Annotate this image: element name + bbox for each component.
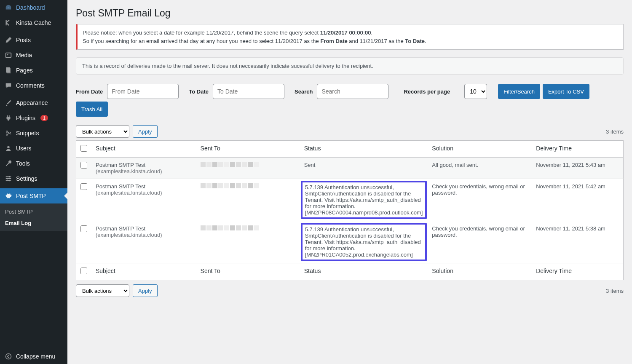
cell-sent-to — [196, 221, 300, 263]
filters-bar: From Date To Date Search Records per pag… — [76, 84, 624, 117]
cell-status: 5.7.139 Authentication unsuccessful, Smt… — [300, 179, 428, 221]
pin-icon — [4, 36, 13, 44]
menu-snippets[interactable]: Snippets — [0, 126, 67, 141]
email-log-table: Subject Sent To Status Solution Delivery… — [76, 140, 624, 280]
collapse-icon — [4, 352, 13, 361]
bulk-actions-select-bottom[interactable]: Bulk actions — [76, 284, 129, 297]
to-date-label: To Date — [189, 88, 209, 95]
col-subject[interactable]: Subject — [91, 141, 196, 158]
menu-posts[interactable]: Posts — [0, 32, 67, 48]
menu-kinsta-cache[interactable]: Kinsta Cache — [0, 15, 67, 30]
select-all-checkbox-bottom[interactable] — [80, 268, 87, 274]
svg-point-5 — [6, 131, 8, 133]
media-icon — [4, 51, 13, 59]
row-checkbox[interactable] — [80, 225, 87, 232]
to-date-input[interactable] — [213, 84, 284, 99]
menu-pages[interactable]: Pages — [0, 63, 67, 78]
menu-media[interactable]: Media — [0, 48, 67, 63]
menu-post-smtp[interactable]: Post SMTP — [0, 188, 67, 203]
page-icon — [4, 66, 13, 75]
menu-appearance[interactable]: Appearance — [0, 95, 67, 110]
description-box: This is a record of deliveries made to t… — [76, 57, 624, 75]
svg-rect-1 — [6, 53, 11, 58]
svg-point-2 — [7, 54, 8, 56]
col-solution[interactable]: Solution — [428, 141, 532, 158]
notice-text: Please notice: when you select a date fo… — [83, 29, 320, 36]
cell-time: November 11, 2021 5:38 am — [532, 221, 623, 263]
wrench-icon — [4, 159, 13, 168]
table-row: Postman SMTP Test(examplesitea.kinsta.cl… — [76, 179, 624, 221]
menu-settings[interactable]: Settings — [0, 171, 67, 186]
menu-plugins[interactable]: Plugins 1 — [0, 110, 67, 126]
settings-icon — [4, 174, 13, 183]
filter-search-button[interactable]: Filter/Search — [498, 84, 540, 99]
records-select[interactable]: 10 — [464, 84, 487, 99]
scissors-icon — [4, 129, 13, 137]
from-date-label: From Date — [76, 88, 103, 95]
cell-solution: Check you credentials, wrong email or pa… — [428, 179, 532, 221]
svg-point-10 — [9, 180, 11, 182]
col-status[interactable]: Status — [300, 141, 428, 158]
main-content: Post SMTP Email Log Please notice: when … — [67, 0, 632, 364]
bulk-actions-select[interactable]: Bulk actions — [76, 125, 129, 138]
cell-sent-to — [196, 158, 300, 179]
menu-tools[interactable]: Tools — [0, 156, 67, 171]
row-checkbox[interactable] — [80, 183, 87, 190]
export-csv-button[interactable]: Export To CSV — [543, 84, 589, 99]
dashboard-icon — [4, 3, 13, 12]
svg-point-9 — [7, 178, 8, 179]
items-count-bottom: 3 items — [606, 288, 624, 294]
svg-point-6 — [6, 134, 8, 136]
comment-icon — [4, 81, 13, 90]
cell-subject: Postman SMTP Test(examplesitea.kinsta.cl… — [91, 221, 196, 263]
cell-status: Sent — [300, 158, 428, 179]
menu-dashboard[interactable]: Dashboard — [0, 0, 67, 15]
trash-all-button[interactable]: Trash All — [76, 102, 108, 117]
search-input[interactable] — [317, 84, 388, 99]
records-label: Records per page — [404, 88, 450, 95]
update-badge: 1 — [40, 115, 48, 121]
plugin-icon — [4, 114, 13, 122]
status-highlighted: 5.7.139 Authentication unsuccessful, Smt… — [301, 223, 427, 261]
cell-subject: Postman SMTP Test(examplesitea.kinsta.cl… — [91, 158, 196, 179]
apply-button-bottom[interactable]: Apply — [133, 284, 158, 297]
cell-time: November 11, 2021 5:42 am — [532, 179, 623, 221]
cell-sent-to — [196, 179, 300, 221]
collapse-menu[interactable]: Collapse menu — [0, 349, 67, 364]
svg-point-8 — [9, 176, 11, 178]
search-label: Search — [295, 88, 313, 95]
users-icon — [4, 144, 13, 153]
svg-point-7 — [7, 146, 9, 148]
kinsta-icon — [4, 19, 13, 27]
collapse-label: Collapse menu — [16, 353, 55, 360]
cell-status: 5.7.139 Authentication unsuccessful, Smt… — [300, 221, 428, 263]
admin-sidebar: Dashboard Kinsta Cache Posts Media Pages… — [0, 0, 67, 364]
gear-icon — [4, 192, 13, 200]
page-title: Post SMTP Email Log — [76, 4, 624, 21]
col-sent-to[interactable]: Sent To — [196, 141, 300, 158]
svg-point-11 — [6, 354, 11, 359]
notice-box: Please notice: when you select a date fo… — [76, 24, 624, 50]
submenu-email-log[interactable]: Email Log — [0, 217, 67, 229]
from-date-input[interactable] — [107, 84, 179, 99]
cell-solution: All good, mail sent. — [428, 158, 532, 179]
cell-solution: Check you credentials, wrong email or pa… — [428, 221, 532, 263]
notice-bold: 11/20/2017 00:00:00 — [320, 29, 371, 36]
select-all-checkbox[interactable] — [80, 145, 87, 152]
menu-comments[interactable]: Comments — [0, 78, 67, 93]
submenu-post-smtp[interactable]: Post SMTP — [0, 206, 67, 217]
tablenav-bottom: Bulk actions Apply 3 items — [76, 284, 624, 297]
cell-time: November 11, 2021 5:43 am — [532, 158, 623, 179]
cell-subject: Postman SMTP Test(examplesitea.kinsta.cl… — [91, 179, 196, 221]
row-checkbox[interactable] — [80, 162, 87, 169]
apply-button[interactable]: Apply — [133, 125, 158, 138]
svg-rect-4 — [7, 68, 11, 74]
tablenav-top: Bulk actions Apply 3 items — [76, 125, 624, 138]
col-time[interactable]: Delivery Time — [532, 141, 623, 158]
menu-users[interactable]: Users — [0, 141, 67, 156]
brush-icon — [4, 99, 13, 107]
svg-point-0 — [8, 7, 9, 8]
submenu: Post SMTP Email Log — [0, 203, 67, 231]
table-row: Postman SMTP Test(examplesitea.kinsta.cl… — [76, 158, 624, 179]
table-row: Postman SMTP Test(examplesitea.kinsta.cl… — [76, 221, 624, 263]
